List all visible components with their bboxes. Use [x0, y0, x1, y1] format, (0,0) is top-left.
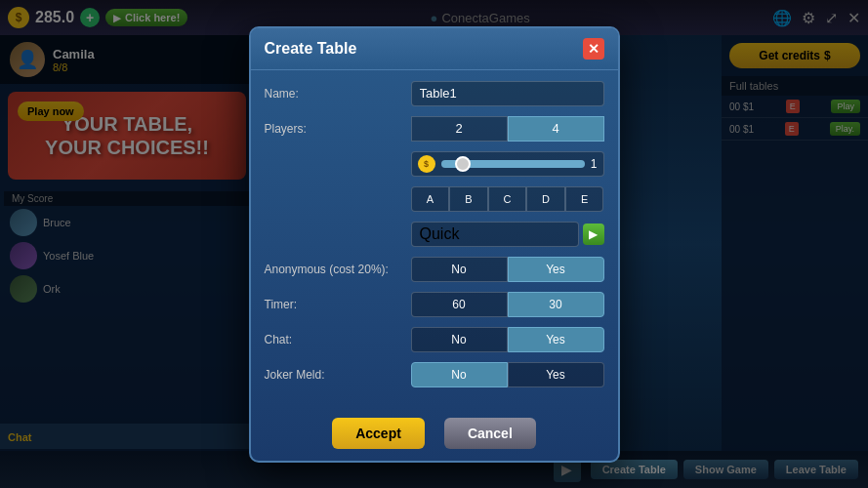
level-row: A B C D E	[265, 185, 604, 213]
anonymous-toggle: No Yes	[411, 257, 604, 282]
name-row: Name:	[265, 80, 604, 107]
players-row: Players: 2 4	[265, 115, 604, 142]
timer-toggle: 60 30	[411, 292, 604, 317]
players-label: Players:	[265, 122, 411, 136]
modal-footer: Accept Cancel	[251, 406, 618, 461]
name-input-box[interactable]	[411, 81, 604, 106]
players-selector: 2 4	[411, 116, 604, 142]
players-option-4[interactable]: 4	[508, 116, 604, 142]
name-label: Name:	[265, 87, 411, 101]
quick-row: Quick ▶	[265, 221, 604, 248]
anonymous-row: Anonymous (cost 20%): No Yes	[265, 256, 604, 283]
bet-slider-thumb[interactable]	[455, 156, 471, 172]
quick-label: Quick	[420, 225, 460, 243]
quick-bg: Quick	[411, 222, 579, 247]
anonymous-yes[interactable]: Yes	[508, 257, 604, 282]
joker-label: Joker Meld:	[265, 368, 411, 382]
level-opt-e[interactable]: E	[565, 186, 604, 212]
joker-toggle: No Yes	[411, 362, 604, 387]
accept-button[interactable]: Accept	[332, 418, 425, 449]
timer-label: Timer:	[265, 298, 411, 311]
bet-value: 1	[591, 157, 598, 171]
name-input[interactable]	[420, 86, 596, 101]
bet-slider[interactable]	[441, 160, 585, 168]
players-option-2[interactable]: 2	[411, 116, 508, 142]
bet-slider-container: $ 1	[411, 151, 604, 177]
timer-30[interactable]: 30	[508, 292, 604, 317]
quick-selector: Quick ▶	[411, 222, 604, 247]
level-opt-c[interactable]: C	[488, 186, 527, 212]
cancel-button[interactable]: Cancel	[444, 418, 536, 449]
chat-row: Chat: No Yes	[265, 326, 604, 353]
bet-row: $ 1	[265, 150, 604, 178]
modal-body: Name: Players: 2 4 $	[251, 70, 618, 406]
letter-selector: A B C D E	[411, 186, 604, 212]
chat-toggle: No Yes	[411, 327, 604, 352]
chat-field-label: Chat:	[265, 333, 411, 346]
chat-no[interactable]: No	[411, 327, 508, 352]
modal-title: Create Table	[265, 40, 357, 58]
bet-coin-icon: $	[418, 155, 435, 173]
joker-row: Joker Meld: No Yes	[265, 361, 604, 388]
joker-no[interactable]: No	[411, 362, 508, 387]
timer-60[interactable]: 60	[411, 292, 508, 317]
joker-yes[interactable]: Yes	[508, 362, 604, 387]
create-table-modal: Create Table ✕ Name: Players: 2 4	[249, 26, 620, 463]
quick-play-button[interactable]: ▶	[583, 224, 604, 245]
level-opt-a[interactable]: A	[411, 186, 450, 212]
level-opt-d[interactable]: D	[526, 186, 565, 212]
level-opt-b[interactable]: B	[449, 186, 488, 212]
modal-header: Create Table ✕	[251, 28, 618, 70]
anonymous-label: Anonymous (cost 20%):	[265, 263, 411, 276]
anonymous-no[interactable]: No	[411, 257, 508, 282]
modal-close-button[interactable]: ✕	[583, 38, 604, 60]
chat-yes[interactable]: Yes	[508, 327, 604, 352]
timer-row: Timer: 60 30	[265, 291, 604, 318]
modal-overlay[interactable]: Create Table ✕ Name: Players: 2 4	[0, 0, 868, 488]
